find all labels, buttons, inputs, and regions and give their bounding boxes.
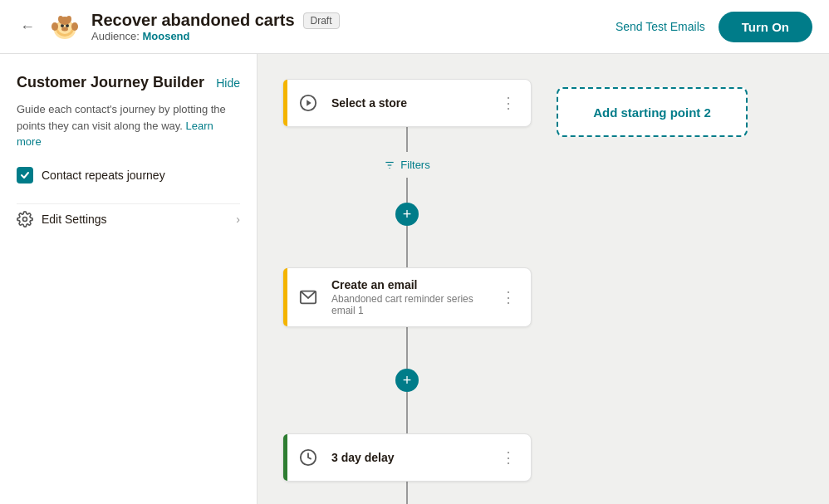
add-step-button-2[interactable]: + [395, 369, 419, 392]
connector-line [406, 226, 408, 267]
header-title-group: Recover abandoned carts Draft Audience: … [91, 11, 340, 42]
hide-button[interactable]: Hide [216, 76, 240, 90]
card-menu-button[interactable]: ⋮ [498, 285, 519, 310]
checkmark-icon [20, 170, 30, 180]
add-starting-point-2[interactable]: Add starting point 2 [557, 87, 748, 137]
canvas-inner: Select a store ⋮ Filters [274, 71, 812, 504]
checkbox-icon[interactable] [17, 167, 33, 183]
connector-line [406, 178, 408, 203]
card-title: Create an email [331, 278, 498, 291]
turn-on-button[interactable]: Turn On [719, 12, 812, 42]
svg-point-9 [58, 16, 63, 22]
connector-2: + [395, 327, 419, 433]
svg-point-11 [23, 217, 27, 221]
create-email-card[interactable]: Create an email Abandoned cart reminder … [282, 267, 532, 327]
card-text: 3 day delay [331, 451, 498, 464]
card-bar-yellow [283, 80, 287, 126]
canvas: Select a store ⋮ Filters [258, 54, 829, 504]
filters-label[interactable]: Filters [384, 159, 429, 171]
header-subtitle: Audience: Moosend [91, 30, 340, 42]
svg-point-3 [52, 22, 58, 31]
card-menu-button[interactable]: ⋮ [498, 445, 519, 470]
header-left: ← Recover abandoned carts Draft Audience… [17, 10, 340, 43]
header: ← Recover abandoned carts Draft Audience… [0, 0, 829, 54]
back-button[interactable]: ← [17, 15, 38, 39]
card-title: Select a store [331, 96, 498, 110]
chevron-right-icon: › [236, 213, 240, 226]
contact-repeats-row: Contact repeats journey [17, 167, 240, 183]
draft-badge: Draft [303, 12, 340, 29]
connector-line [406, 482, 408, 504]
page-title: Recover abandoned carts Draft [91, 11, 340, 30]
svg-point-10 [66, 16, 71, 22]
card-menu-button[interactable]: ⋮ [498, 91, 519, 115]
add-starting-point-label: Add starting point 2 [593, 105, 711, 120]
sidebar-header: Customer Journey Builder Hide [17, 74, 240, 91]
subtitle-prefix: Audience: [91, 30, 142, 42]
connector-line [406, 392, 408, 433]
card-bar-yellow [283, 268, 287, 326]
card-title: 3 day delay [331, 451, 498, 464]
card-subtitle: Abandoned cart reminder series email 1 [331, 293, 498, 316]
header-actions: Send Test Emails Turn On [616, 12, 812, 42]
card-text: Select a store [331, 96, 498, 110]
connector-line [406, 127, 408, 152]
sidebar-description: Guide each contact's journey by plotting… [17, 101, 240, 150]
app-logo [48, 10, 81, 43]
send-test-button[interactable]: Send Test Emails [616, 20, 705, 33]
edit-settings-row[interactable]: Edit Settings › [17, 203, 240, 234]
connector-1: Filters + [384, 127, 429, 267]
svg-marker-13 [307, 100, 311, 105]
card-bar-green [283, 434, 287, 481]
audience-link[interactable]: Moosend [142, 30, 189, 42]
svg-point-7 [61, 27, 68, 32]
title-text: Recover abandoned carts [91, 11, 295, 30]
clock-icon [295, 444, 321, 471]
connector-3: + [395, 482, 419, 504]
email-icon [295, 284, 321, 311]
sidebar-title: Customer Journey Builder [17, 74, 204, 91]
connector-line [406, 327, 408, 369]
sidebar: Customer Journey Builder Hide Guide each… [0, 54, 258, 504]
main-layout: Customer Journey Builder Hide Guide each… [0, 54, 829, 504]
svg-point-4 [71, 22, 78, 31]
select-store-card[interactable]: Select a store ⋮ [282, 79, 532, 127]
add-step-button-1[interactable]: + [395, 203, 419, 226]
gear-icon [17, 211, 33, 228]
journey-flow: Select a store ⋮ Filters [274, 79, 540, 504]
edit-settings-label: Edit Settings [42, 213, 228, 226]
checkbox-label: Contact repeats journey [42, 169, 165, 182]
play-icon [295, 90, 321, 116]
card-text: Create an email Abandoned cart reminder … [331, 278, 498, 316]
filter-icon [384, 159, 395, 171]
delay-card[interactable]: 3 day delay ⋮ [282, 433, 532, 482]
